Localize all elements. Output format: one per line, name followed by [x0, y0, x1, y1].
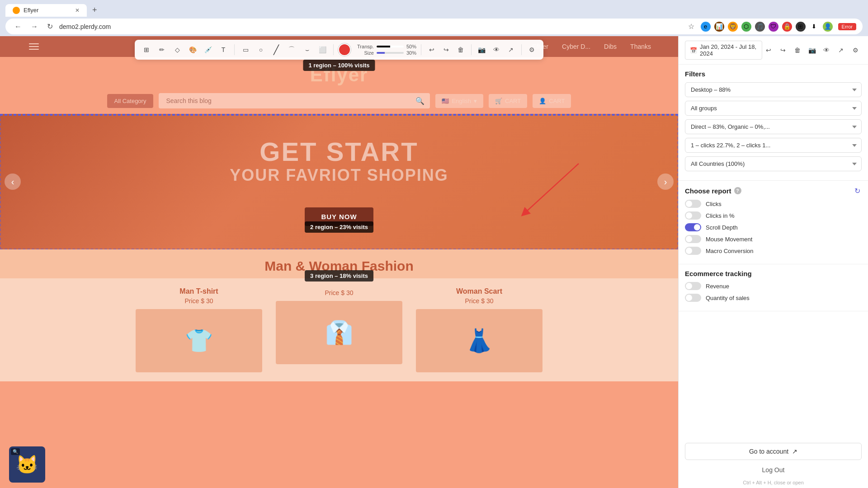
redo-button[interactable]: ↪: [440, 44, 452, 56]
tool-rect[interactable]: ▭: [239, 43, 252, 56]
shirt-icon: 👔: [325, 319, 353, 346]
delete-button[interactable]: 🗑: [455, 44, 467, 56]
undo-button[interactable]: ↩: [426, 44, 438, 56]
tool-divider-5: [521, 44, 522, 55]
tool-curve2[interactable]: ⌣: [301, 43, 313, 56]
reload-button[interactable]: ↻: [44, 21, 56, 32]
scroll-depth-toggle-label: Scroll Depth: [706, 224, 738, 231]
hide-button[interactable]: 👁: [491, 44, 502, 56]
language-button[interactable]: 🇺🇸 English ▾: [435, 94, 483, 108]
forward-button[interactable]: →: [28, 22, 41, 32]
tool-pen[interactable]: ✏: [156, 43, 168, 56]
cart-button-1[interactable]: 🛒 CART: [489, 94, 527, 108]
cat-box[interactable]: 🔍 🐱: [9, 446, 45, 483]
search-bar-row: All Category 🔍 🇺🇸 English ▾ 🛒 CART 👤 CAR…: [0, 89, 678, 114]
quantity-toggle[interactable]: [685, 294, 701, 302]
clicks-filter[interactable]: 1 – clicks 22.7%, 2 – clicks 1...: [685, 138, 862, 153]
nav-link-cyber[interactable]: Cyber D...: [562, 43, 590, 50]
countries-filter[interactable]: All Countries (100%): [685, 156, 862, 171]
browser-icon-1[interactable]: e: [701, 22, 711, 32]
user-avatar[interactable]: 👤: [823, 22, 833, 32]
tool-text[interactable]: T: [217, 43, 230, 56]
export-button[interactable]: ↗: [505, 44, 517, 56]
browser-icon-9[interactable]: ⬇: [809, 22, 819, 32]
size-slider[interactable]: [377, 52, 404, 54]
product-image-1: 👕: [136, 309, 262, 372]
product-price-2: Price $ 30: [276, 289, 402, 296]
panel-export-button[interactable]: ↗: [835, 44, 847, 56]
panel-redo-button[interactable]: ↪: [777, 44, 789, 56]
panel-camera-button[interactable]: 📷: [806, 44, 818, 56]
tool-select[interactable]: ⊞: [140, 43, 153, 56]
report-title: Choose report ? ↻: [685, 186, 862, 195]
panel-delete-button[interactable]: 🗑: [791, 44, 804, 56]
browser-icon-4[interactable]: ⬡: [741, 22, 751, 32]
cat-widget[interactable]: 🔍 🐱: [9, 446, 45, 483]
bookmark-button[interactable]: ☆: [685, 21, 697, 32]
nav-link-thanks[interactable]: Thanks: [630, 43, 651, 50]
active-tab[interactable]: Eflyer ✕: [5, 4, 87, 17]
tab-close-button[interactable]: ✕: [75, 7, 80, 14]
product-card-2: Price $ 30 👔: [276, 287, 402, 372]
size-row: Size 30%: [364, 50, 416, 56]
browser-chrome: Eflyer ✕ + ← → ↻ ☆ e 📊 🦁 ⬡ 🎵 🛡 🔒 ⊞ ⬇ 👤 E…: [0, 0, 868, 34]
clicks-toggle[interactable]: [685, 200, 701, 208]
panel-actions: ↩ ↪ 🗑 📷 👁 ↗ ⚙: [762, 44, 862, 56]
tool-fill[interactable]: 🎨: [186, 43, 199, 56]
macro-conversion-toggle-label: Macro Conversion: [706, 248, 754, 254]
groups-filter[interactable]: All groups: [685, 101, 862, 116]
color-picker[interactable]: [338, 43, 351, 56]
tool-frame[interactable]: ⬜: [316, 43, 329, 56]
scroll-depth-toggle[interactable]: [685, 223, 701, 231]
clicks-pct-toggle[interactable]: [685, 211, 701, 220]
quantity-toggle-row: Quantity of sales: [685, 294, 862, 302]
category-button[interactable]: All Category: [107, 94, 154, 108]
external-link-icon: ↗: [792, 448, 797, 455]
hero-prev-button[interactable]: ‹: [5, 174, 21, 190]
panel-undo-button[interactable]: ↩: [762, 44, 775, 56]
cart-button-2[interactable]: 👤 CART: [533, 94, 571, 108]
hero-next-button[interactable]: ›: [657, 174, 674, 190]
browser-icon-2[interactable]: 📊: [714, 22, 724, 32]
transparency-slider[interactable]: [377, 46, 404, 47]
camera-button[interactable]: 📷: [476, 44, 488, 56]
nav-link-dibs[interactable]: Dibs: [604, 43, 617, 50]
tool-shape[interactable]: ◇: [171, 43, 184, 56]
cart-label-2: CART: [549, 98, 565, 104]
panel-eye-button[interactable]: 👁: [820, 44, 833, 56]
mouse-movement-toggle[interactable]: [685, 235, 701, 243]
browser-icon-7[interactable]: 🔒: [782, 22, 792, 32]
device-filter[interactable]: Desktop – 88%: [685, 82, 862, 97]
tool-line[interactable]: ╱: [270, 43, 283, 56]
logout-button[interactable]: Log Out: [685, 463, 862, 477]
tab-bar: Eflyer ✕ +: [5, 4, 863, 17]
product-card-1: Man T-shirt Price $ 30 👕: [136, 287, 262, 372]
flag-icon: 🇺🇸: [442, 98, 449, 104]
tool-dropper[interactable]: 💉: [202, 43, 214, 56]
panel-settings-button[interactable]: ⚙: [849, 44, 862, 56]
settings-button[interactable]: ⚙: [526, 44, 538, 56]
macro-conversion-toggle[interactable]: [685, 247, 701, 255]
date-range[interactable]: 📅 Jan 20, 2024 - Jul 18, 2024: [685, 41, 762, 60]
nav-links: Eflyer Cyber D... Dibs Thanks: [532, 43, 651, 50]
traffic-filter[interactable]: Direct – 83%, Organic – 0%,...: [685, 119, 862, 134]
lang-label: English: [452, 98, 471, 104]
search-input[interactable]: [159, 93, 430, 108]
clicks-toggle-row: Clicks: [685, 200, 862, 208]
browser-icon-6[interactable]: 🛡: [769, 22, 778, 32]
refresh-button[interactable]: ↻: [853, 186, 862, 195]
tool-circle[interactable]: ○: [255, 43, 267, 56]
hamburger-menu[interactable]: [27, 42, 41, 52]
go-account-button[interactable]: Go to account ↗: [685, 443, 862, 460]
search-button[interactable]: 🔍: [410, 93, 430, 108]
url-input[interactable]: [59, 23, 682, 30]
help-icon[interactable]: ?: [734, 187, 741, 194]
product-card-3: Woman Scart Price $ 30 👗: [416, 287, 542, 372]
browser-icon-5[interactable]: 🎵: [755, 22, 765, 32]
browser-icon-8[interactable]: ⊞: [796, 22, 806, 32]
browser-icon-3[interactable]: 🦁: [728, 22, 738, 32]
tool-curve1[interactable]: ⌒: [285, 43, 298, 56]
back-button[interactable]: ←: [12, 22, 24, 32]
new-tab-button[interactable]: +: [89, 4, 101, 17]
revenue-toggle[interactable]: [685, 282, 701, 290]
